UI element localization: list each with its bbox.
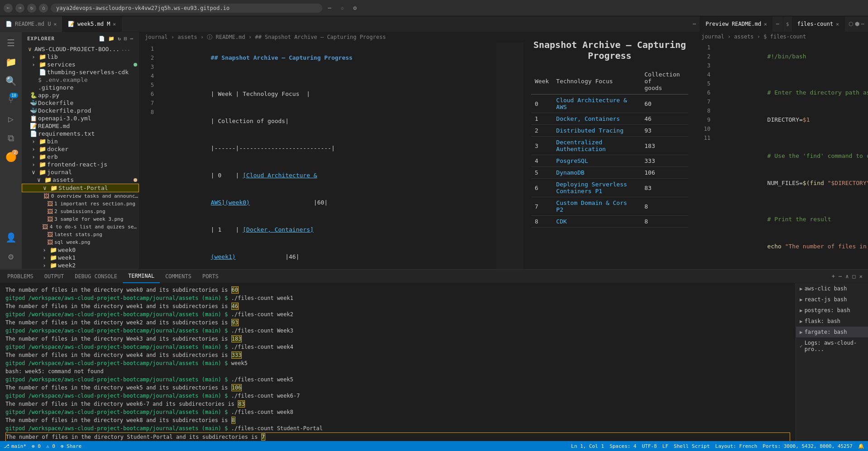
tree-item-readme-root[interactable]: 📝 README.md — [22, 122, 139, 130]
tab-problems[interactable]: PROBLEMS — [2, 270, 39, 283]
status-encoding[interactable]: UTF-8 — [642, 443, 657, 449]
url-bar[interactable]: yaya2devops-awscloudpro-vk4vw27jq5h.ws-e… — [51, 4, 322, 13]
terminal-sidebar-item[interactable]: ▶react-js bash — [796, 294, 868, 305]
tab-files-count[interactable]: files-count ✕ — [792, 16, 845, 32]
activity-search[interactable]: 🔍 — [2, 72, 20, 90]
status-ports[interactable]: Ports: 3000, 5432, 8000, 45257 — [762, 443, 853, 449]
cell-tech[interactable]: Decentralized Authentication — [552, 137, 641, 155]
refresh-icon[interactable]: ↻ — [118, 36, 121, 42]
terminal-output[interactable]: The number of files in the directory wee… — [0, 283, 796, 441]
left-panel-menu[interactable]: ⋯ — [689, 21, 700, 27]
tree-item-latest[interactable]: 🖼 latest stats.png — [22, 231, 139, 238]
activity-extensions[interactable]: ⧉ — [2, 129, 20, 147]
status-spaces[interactable]: Spaces: 4 — [609, 443, 637, 449]
cell-tech[interactable]: CDK — [552, 216, 641, 228]
tree-item-services[interactable]: › 📁 services — [22, 61, 139, 68]
activity-run[interactable]: ▷ — [2, 110, 20, 128]
split-icon[interactable]: ⬢ — [855, 21, 859, 27]
terminal-sidebar-item[interactable]: ▶flask: bash — [796, 316, 868, 327]
tree-root[interactable]: ∨ AWS-CLOUD-PROJECT-BOO... ... — [22, 45, 139, 53]
right-editor-content[interactable]: 12345 67891011 #!/bin/bash # Enter the d… — [696, 41, 868, 269]
tree-item-bin[interactable]: › 📁 bin — [22, 138, 139, 145]
activity-gitpod[interactable]: 🟠 2 — [2, 148, 20, 166]
tree-item-lib[interactable]: › 📁 lib — [22, 53, 139, 61]
forward-button[interactable]: → — [15, 4, 24, 13]
tab-debug-console[interactable]: DEBUG CONSOLE — [69, 270, 123, 283]
tree-item-sql[interactable]: 🖼 sql week.png — [22, 238, 139, 246]
preview-panel-menu[interactable]: ⋯ — [772, 21, 783, 27]
tree-item-erb[interactable]: › 📁 erb — [22, 153, 139, 161]
status-language[interactable]: Shell Script — [674, 443, 710, 449]
tab-readme-close[interactable]: ✕ — [53, 21, 57, 27]
terminal-close-icon[interactable]: ✕ — [859, 273, 863, 280]
status-errors[interactable]: ⊗ 0 — [32, 443, 41, 449]
terminal-more-icon[interactable]: ⋯ — [839, 273, 842, 280]
tree-item-gitignore[interactable]: .gitignore — [22, 84, 139, 91]
left-editor-content[interactable]: 1234 5678 ## Snapshot Archive — Capturin… — [139, 43, 523, 269]
browser-ext-icon[interactable]: ⋯ — [325, 4, 334, 13]
terminal-sidebar-item[interactable]: ▶aws-clic bash — [796, 283, 868, 294]
terminal-sidebar-item[interactable]: ▶postgres: bash — [796, 305, 868, 316]
cell-tech[interactable]: Cloud Architecture & AWS — [552, 95, 641, 113]
tree-item-assets[interactable]: ∨ 📁 assets — [22, 176, 139, 184]
status-warnings[interactable]: ⚠ 0 — [46, 443, 55, 449]
browser-settings-icon[interactable]: ⚙ — [350, 4, 360, 13]
status-layout[interactable]: Layout: French — [715, 443, 758, 449]
tab-week5[interactable]: 📝 week5.md M ✕ — [62, 16, 122, 32]
tree-item-dockerfile[interactable]: 🐳 Dockerfile — [22, 99, 139, 107]
tree-item-png0[interactable]: 🖼 0 overview tasks and announceme... — [22, 192, 139, 200]
new-folder-icon[interactable]: 📁 — [108, 36, 115, 42]
code-area[interactable]: ## Snapshot Archive — Capturing Progress… — [158, 43, 496, 269]
terminal-sidebar-item[interactable]: ✓Logs: aws-cloud-pro... — [796, 337, 868, 355]
terminal-maximize-icon[interactable]: □ — [853, 273, 856, 280]
tree-item-png1[interactable]: 🖼 1 important res section.png — [22, 200, 139, 208]
activity-settings[interactable]: ⚙ — [2, 247, 20, 266]
tree-item-frontend[interactable]: › 📁 frontend-react-js — [22, 161, 139, 168]
cell-tech[interactable]: DynamoDB — [552, 167, 641, 179]
tree-item-student-portal[interactable]: ∨ 📁 Student-Portal — [22, 184, 139, 192]
tree-item-png2[interactable]: 🖼 2 submissions.png — [22, 208, 139, 215]
collapse-icon[interactable]: ⊟ — [124, 36, 128, 42]
browser-star-icon[interactable]: ☆ — [338, 4, 347, 13]
terminal-add-icon[interactable]: + — [832, 273, 835, 280]
more-actions-icon[interactable]: ⋯ — [130, 36, 134, 42]
tab-output[interactable]: OUTPUT — [39, 270, 69, 283]
expand-icon[interactable]: ⬡ — [849, 21, 853, 27]
tree-item-week2[interactable]: › 📁 week2 — [22, 261, 139, 269]
status-share[interactable]: ⊕ Share — [61, 443, 82, 449]
tab-readme[interactable]: 📄 README.md U ✕ — [0, 16, 62, 32]
status-bell-icon[interactable]: 🔔 — [858, 443, 864, 449]
sidebar-icons[interactable]: 📄 📁 ↻ ⊟ ⋯ — [99, 36, 134, 42]
tab-comments[interactable]: COMMENTS — [160, 270, 197, 283]
activity-source-control[interactable]: ⑂ 10 — [2, 91, 20, 109]
right-code-area[interactable]: #!/bin/bash # Enter the directory path a… — [714, 41, 868, 269]
tab-terminal[interactable]: TERMINAL — [123, 270, 160, 283]
status-git[interactable]: ⎇ main* — [4, 443, 26, 449]
tree-item-openapi[interactable]: 📋 openapi-3.0.yml — [22, 114, 139, 122]
refresh-button[interactable]: ↻ — [27, 4, 36, 13]
status-ln-col[interactable]: Ln 1, Col 1 — [571, 443, 604, 449]
back-button[interactable]: ← — [4, 4, 13, 13]
terminal-minimize-icon[interactable]: ∧ — [845, 273, 849, 280]
cell-tech[interactable]: PosgreSQL — [552, 155, 641, 167]
cell-tech[interactable]: Distributed Tracing — [552, 125, 641, 137]
activity-accounts[interactable]: 👤 — [2, 228, 20, 247]
status-eol[interactable]: LF — [662, 443, 668, 449]
activity-menu[interactable]: ☰ — [2, 34, 20, 52]
tab-ports[interactable]: PORTS — [197, 270, 224, 283]
tab-preview[interactable]: Preview README.md ✕ — [700, 16, 772, 32]
tree-item-png4[interactable]: 🖼 4 to do-s list and quizes section.png — [22, 223, 139, 231]
terminal-sidebar-item[interactable]: ▶fargate: bash — [796, 327, 868, 337]
tree-item-journal[interactable]: ∨ 📁 journal — [22, 168, 139, 176]
home-button[interactable]: ⌂ — [39, 4, 48, 13]
tree-item-apppy[interactable]: 🐍 app.py — [22, 91, 139, 99]
cell-tech[interactable]: Docker, Containers — [552, 113, 641, 125]
cell-tech[interactable]: Custom Domain & Cors P2 — [552, 197, 641, 216]
tree-item-dockerfile-prod[interactable]: 🐳 Dockerfile.prod — [22, 107, 139, 114]
tab-week5-close[interactable]: ✕ — [113, 21, 116, 27]
tab-files-count-close[interactable]: ✕ — [836, 21, 839, 27]
new-file-icon[interactable]: 📄 — [99, 36, 106, 42]
tree-item-docker-folder[interactable]: › 📁 docker — [22, 145, 139, 153]
more-icon[interactable]: ⋯ — [861, 21, 864, 27]
cell-tech[interactable]: Deploying Serverless Containers P1 — [552, 179, 641, 197]
